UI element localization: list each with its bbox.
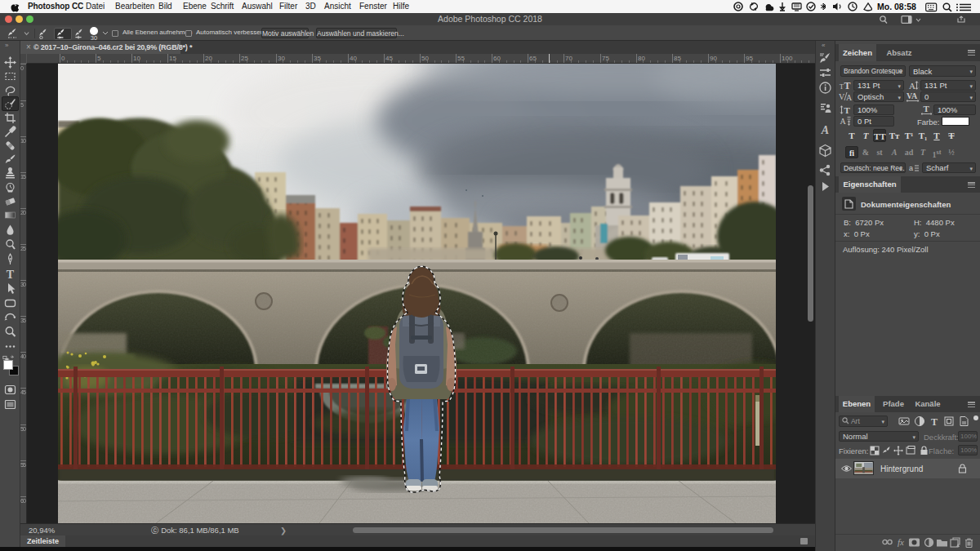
- svg-text:fx: fx: [898, 537, 904, 547]
- svg-text:30: 30: [91, 34, 97, 42]
- svg-text:T: T: [924, 104, 930, 113]
- svg-text:A: A: [909, 81, 915, 91]
- svg-text:T: T: [844, 80, 851, 91]
- svg-text:T: T: [931, 416, 938, 428]
- svg-text:VA: VA: [906, 91, 918, 100]
- svg-text:T: T: [7, 269, 15, 281]
- svg-text:A: A: [840, 117, 847, 126]
- svg-text:A: A: [846, 93, 852, 102]
- svg-text:T: T: [844, 105, 851, 115]
- svg-text:A: A: [821, 124, 829, 136]
- svg-text:a: a: [909, 164, 913, 172]
- svg-text:T: T: [840, 83, 844, 91]
